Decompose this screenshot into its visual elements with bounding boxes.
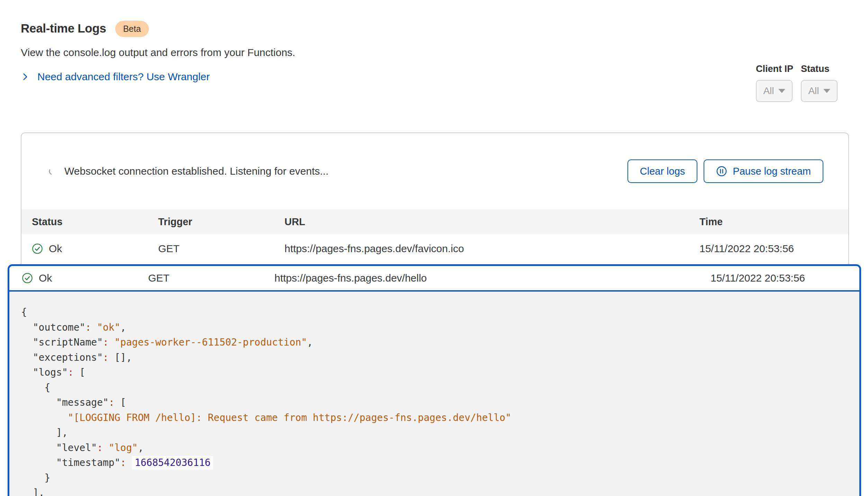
stream-status-bar: Websocket connection established. Listen… [21,133,848,209]
realtime-logs-page: Real-time Logs Beta View the console.log… [0,0,868,496]
expanded-log-row: Ok GET https://pages-fns.pages.dev/hello… [8,264,861,496]
column-header-trigger: Trigger [158,216,284,228]
advanced-filters-link-label: Need advanced filters? Use Wrangler [37,71,210,83]
pause-log-stream-button[interactable]: Pause log stream [704,159,823,183]
check-circle-icon [22,273,33,284]
clear-logs-label: Clear logs [640,166,685,177]
status-dropdown-value: All [808,85,819,97]
log-url: https://pages-fns.pages.dev/favicon.ico [284,243,699,255]
log-time: 15/11/2022 20:53:56 [711,272,859,284]
page-subtitle: View the console.log output and errors f… [21,47,295,58]
log-status-cell: Ok [32,243,158,255]
title-row: Real-time Logs Beta [21,20,295,36]
client-ip-label: Client IP [756,64,793,74]
log-status: Ok [39,272,52,284]
beta-badge: Beta [115,21,149,37]
log-url: https://pages-fns.pages.dev/hello [274,272,711,284]
spinner-icon [48,167,57,176]
client-ip-filter: Client IP All [756,64,793,102]
page-header: Real-time Logs Beta View the console.log… [21,20,295,83]
pause-circle-icon [716,166,727,177]
page-title: Real-time Logs [21,21,106,35]
chevron-right-icon [21,72,30,81]
filters: Client IP All Status All [756,64,838,102]
table-row[interactable]: Ok GET https://pages-fns.pages.dev/favic… [21,234,848,263]
client-ip-dropdown-value: All [763,85,774,97]
status-filter: Status All [801,64,838,102]
log-detail-json: { "outcome": "ok", "scriptName": "pages-… [9,292,859,496]
column-header-time: Time [699,216,848,228]
column-header-status: Status [32,216,158,228]
column-header-url: URL [284,216,699,228]
caret-down-icon [778,89,785,93]
client-ip-dropdown[interactable]: All [756,80,793,102]
stream-actions: Clear logs Pause log stream [627,159,823,183]
log-status-cell: Ok [22,272,148,284]
log-trigger: GET [158,243,284,255]
stream-status-text: Websocket connection established. Listen… [64,165,328,177]
log-time: 15/11/2022 20:53:56 [699,243,848,255]
stream-status: Websocket connection established. Listen… [48,165,328,177]
log-trigger: GET [148,272,274,284]
caret-down-icon [823,89,830,93]
advanced-filters-link[interactable]: Need advanced filters? Use Wrangler [21,71,295,83]
status-dropdown[interactable]: All [801,80,838,102]
table-row-selected[interactable]: Ok GET https://pages-fns.pages.dev/hello… [9,266,859,292]
log-status: Ok [49,243,62,255]
table-header: Status Trigger URL Time [21,209,848,234]
pause-log-stream-label: Pause log stream [733,166,811,177]
status-filter-label: Status [801,64,838,74]
clear-logs-button[interactable]: Clear logs [627,159,698,183]
check-circle-icon [32,243,43,254]
